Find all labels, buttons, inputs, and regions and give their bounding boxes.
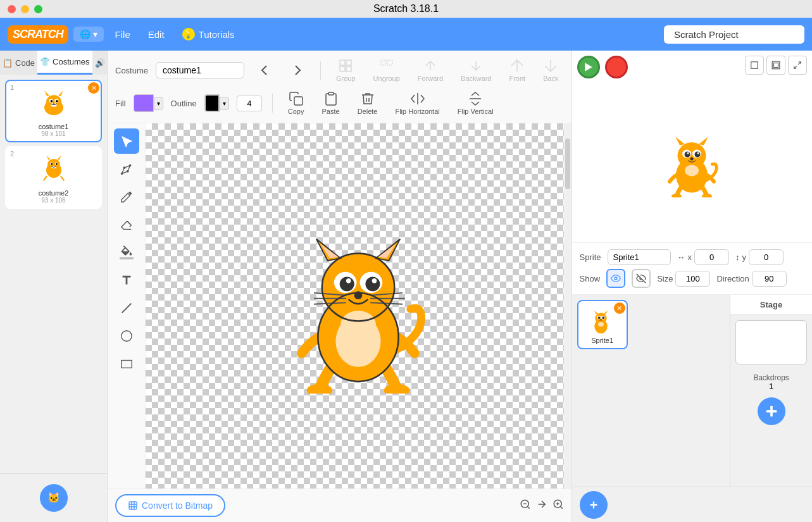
sprite-name-input[interactable] [608,249,671,265]
svg-marker-82 [675,137,685,146]
separator [272,94,273,113]
svg-point-61 [307,383,333,393]
editor-toolbar: Costume Group Ungroup [108,51,572,123]
svg-point-17 [56,163,58,165]
tab-costumes[interactable]: 👕 Costumes [37,51,92,75]
back-button[interactable]: Back [538,56,563,85]
drawing-canvas[interactable] [146,123,572,488]
flip-vertical-button[interactable]: Flip Vertical [453,89,499,118]
large-stage-button[interactable] [766,56,785,75]
svg-point-89 [697,152,699,154]
bitmap-icon [128,500,138,511]
list-item[interactable]: 1 ✕ [5,80,102,142]
file-menu[interactable]: File [109,27,137,42]
svg-rect-29 [294,97,303,105]
minimize-button[interactable] [21,5,29,13]
svg-point-86 [685,151,690,157]
zoom-in-button[interactable] [553,499,564,513]
svg-point-102 [598,316,601,319]
show-hidden-button[interactable] [632,269,651,288]
line-tool[interactable] [114,295,139,321]
add-backdrop-button[interactable] [758,397,785,425]
svg-marker-3 [58,90,63,96]
circle-tool[interactable] [114,323,139,349]
direction-group: Direction [716,271,786,287]
flip-left-button[interactable] [252,60,277,80]
svg-point-50 [346,278,351,283]
group-button[interactable]: Group [331,56,361,85]
delete-button[interactable]: Delete [353,89,383,118]
scroll-thumb[interactable] [565,139,570,189]
edit-menu[interactable]: Edit [142,27,171,42]
direction-input[interactable] [752,271,787,287]
svg-marker-99 [604,310,608,314]
front-button[interactable]: Front [504,56,530,85]
convert-to-bitmap-button[interactable]: Convert to Bitmap [115,494,225,517]
flip-horizontal-button[interactable]: Flip Horizontal [390,89,444,118]
main-layout: 📋 Code 👕 Costumes 🔊 Sounds 1 ✕ [0,51,812,522]
zoom-out-button[interactable] [520,499,531,513]
svg-point-90 [690,157,694,160]
zoom-out-icon [520,499,531,510]
select-tool[interactable] [114,128,139,154]
outline-color-swatch[interactable] [204,94,220,112]
stage-panel-header: Stage [730,295,812,315]
svg-rect-25 [340,66,345,71]
reshape-tool[interactable] [114,156,139,182]
outline-color-arrow[interactable]: ▾ [220,97,229,110]
pencil-tool[interactable] [114,184,139,209]
x-label: x [688,252,692,262]
sounds-icon: 🔊 [95,58,105,68]
fill-color-arrow[interactable]: ▾ [154,97,163,110]
show-visible-button[interactable] [606,269,625,288]
flip-right-button[interactable] [285,60,310,80]
svg-point-62 [384,383,410,393]
stop-button[interactable] [605,56,628,78]
fill-color-swatch[interactable] [134,94,154,112]
maximize-button[interactable] [34,5,42,13]
fill-tool[interactable] [114,240,139,265]
list-item[interactable]: ✕ [577,300,628,349]
add-costume-button[interactable]: 🐱 [40,484,68,512]
small-stage-button[interactable] [745,56,764,75]
paste-button[interactable]: Paste [317,89,345,118]
tutorials-button[interactable]: 💡 Tutorials [176,25,241,43]
sprite-thumb-name: Sprite1 [582,337,623,344]
canvas-area [108,123,572,488]
green-flag-button[interactable] [577,56,600,78]
forward-button[interactable]: Forward [413,56,448,85]
project-name-input[interactable] [664,25,804,44]
svg-line-37 [122,304,131,313]
size-input[interactable] [675,271,710,287]
text-tool[interactable] [114,268,139,293]
list-item[interactable]: 2 [5,146,102,209]
tab-code[interactable]: 📋 Code [0,51,37,75]
y-coord-group: ↕ y [735,249,784,265]
close-button[interactable] [8,5,16,13]
size-group: Size [657,271,710,287]
svg-line-19 [43,176,46,180]
stage-thumbnail[interactable] [735,320,807,364]
costume-delete-btn[interactable]: ✕ [88,82,99,94]
fullscreen-button[interactable] [788,56,807,75]
zoom-reset-button[interactable] [536,499,547,513]
vertical-scrollbar[interactable] [564,123,572,488]
costume-name-input[interactable] [156,62,244,78]
window-controls[interactable] [8,5,42,13]
svg-point-93 [702,194,712,197]
cat-add-sprite-icon [587,498,601,512]
svg-point-105 [598,321,604,326]
y-input[interactable] [749,249,784,265]
copy-button[interactable]: Copy [283,89,309,118]
eraser-tool[interactable] [114,212,139,237]
rect-tool[interactable] [114,351,139,376]
globe-button[interactable]: 🌐 ▾ [73,27,104,42]
outline-width-input[interactable] [237,96,262,111]
ungroup-button[interactable]: Ungroup [368,56,405,85]
add-sprite-button[interactable] [580,491,608,519]
backward-button[interactable]: Backward [456,56,496,85]
sprite-delete-btn[interactable]: ✕ [614,302,625,314]
cat-add-icon: 🐱 [46,490,61,506]
x-input[interactable] [694,249,729,265]
outline-label: Outline [171,99,197,108]
